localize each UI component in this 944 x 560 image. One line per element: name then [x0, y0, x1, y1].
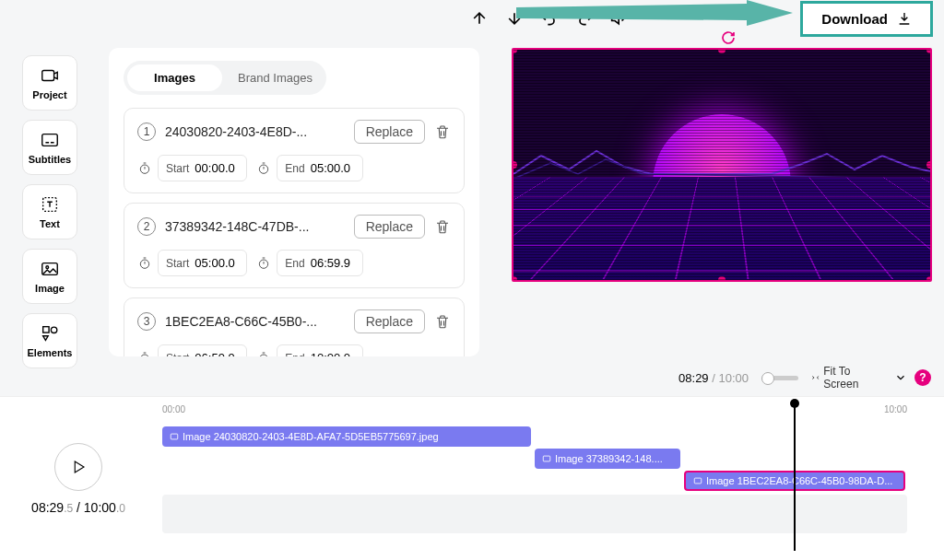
- timeline-clip[interactable]: Image 37389342-148....: [535, 449, 680, 469]
- undo-icon[interactable]: [540, 9, 559, 28]
- sidebar-item-subtitles[interactable]: Subtitles: [22, 120, 77, 175]
- zoom-slider[interactable]: [761, 376, 798, 380]
- svg-point-5: [46, 266, 49, 269]
- resize-handle[interactable]: [512, 161, 517, 169]
- image-index: 3: [137, 312, 156, 331]
- preview-mountains: [513, 146, 932, 183]
- svg-point-11: [260, 260, 268, 268]
- speaker-icon[interactable]: [610, 9, 629, 28]
- sidebar: Project Subtitles Text Image Elements: [22, 55, 77, 368]
- svg-rect-6: [43, 327, 49, 332]
- stopwatch-icon: [256, 351, 271, 357]
- svg-point-10: [140, 260, 148, 268]
- clip-image-icon: [693, 476, 702, 485]
- image-entry: 1 24030820-2403-4E8D-... Replace Start00…: [124, 108, 465, 193]
- svg-rect-14: [171, 434, 178, 439]
- resize-handle[interactable]: [718, 276, 726, 282]
- resize-handle[interactable]: [926, 276, 932, 282]
- image-filename: 24030820-2403-4E8D-...: [165, 124, 345, 139]
- fit-icon: [811, 371, 820, 384]
- replace-button[interactable]: Replace: [354, 309, 425, 333]
- timeline: 08:29.5 / 10:00.0 00:00 10:00 Image 2403…: [0, 396, 944, 560]
- sidebar-item-image[interactable]: Image: [22, 249, 77, 304]
- sidebar-item-project[interactable]: Project: [22, 55, 77, 111]
- resize-handle[interactable]: [512, 48, 517, 53]
- sidebar-item-label: Elements: [28, 347, 73, 358]
- elements-icon: [40, 323, 60, 344]
- stopwatch-icon: [137, 161, 152, 176]
- start-time-input[interactable]: Start05:00.0: [158, 250, 247, 276]
- svg-rect-16: [694, 478, 702, 484]
- replace-button[interactable]: Replace: [354, 215, 425, 239]
- arrow-down-icon[interactable]: [505, 9, 524, 28]
- trash-icon[interactable]: [434, 218, 451, 235]
- trash-icon[interactable]: [434, 313, 451, 330]
- tab-images[interactable]: Images: [127, 64, 222, 91]
- text-icon: [40, 194, 60, 215]
- stopwatch-icon: [256, 256, 271, 271]
- current-time-display: 08:29 / 10:00: [678, 371, 749, 385]
- preview-floor: [513, 177, 930, 281]
- redo-icon[interactable]: [575, 9, 594, 28]
- svg-rect-2: [42, 134, 58, 146]
- chevron-down-icon[interactable]: [894, 371, 907, 384]
- resize-handle[interactable]: [926, 48, 932, 53]
- help-button[interactable]: ?: [914, 369, 931, 386]
- playhead[interactable]: [794, 404, 796, 551]
- end-time-input[interactable]: End05:00.0: [277, 155, 362, 181]
- resize-handle[interactable]: [512, 276, 517, 282]
- preview-content: [653, 114, 791, 252]
- tab-brand-images[interactable]: Brand Images: [228, 64, 323, 91]
- camera-icon: [40, 65, 60, 86]
- images-panel: Images Brand Images 1 24030820-2403-4E8D…: [109, 48, 479, 356]
- time-display-bar: 08:29 / 10:00 Fit To Screen ?: [0, 359, 944, 396]
- image-icon: [40, 259, 60, 279]
- svg-point-7: [51, 327, 56, 332]
- canvas-preview[interactable]: [512, 48, 932, 282]
- download-button[interactable]: Download: [800, 1, 933, 37]
- svg-rect-1: [42, 71, 54, 81]
- download-icon: [897, 11, 912, 26]
- play-button[interactable]: [54, 443, 102, 491]
- svg-rect-15: [543, 456, 550, 461]
- fit-to-screen-button[interactable]: Fit To Screen: [811, 365, 867, 391]
- end-time-input[interactable]: End10:00.0: [277, 344, 362, 356]
- image-entry: 2 37389342-148C-47DB-... Replace Start05…: [124, 203, 465, 288]
- playback-time: 08:29.5 / 10:00.0: [31, 500, 125, 515]
- trash-icon[interactable]: [434, 123, 451, 140]
- image-filename: 37389342-148C-47DB-...: [165, 219, 345, 234]
- start-time-input[interactable]: Start06:59.9: [158, 344, 247, 356]
- stopwatch-icon: [137, 256, 152, 271]
- rotate-icon[interactable]: [721, 30, 736, 45]
- start-time-input[interactable]: Start00:00.0: [158, 155, 247, 181]
- play-icon: [70, 459, 87, 475]
- replace-button[interactable]: Replace: [354, 120, 425, 144]
- image-filename: 1BEC2EA8-C66C-45B0-...: [165, 314, 345, 329]
- image-entry: 3 1BEC2EA8-C66C-45B0-... Replace Start06…: [124, 298, 465, 356]
- stopwatch-icon: [137, 351, 152, 357]
- timeline-tracks[interactable]: 00:00 10:00 Image 24030820-2403-4E8D-AFA…: [162, 404, 907, 551]
- resize-handle[interactable]: [718, 48, 726, 53]
- panel-tabs: Images Brand Images: [124, 61, 326, 95]
- clip-image-icon: [170, 432, 179, 441]
- download-label: Download: [821, 11, 888, 27]
- subtitles-icon: [40, 130, 60, 150]
- sidebar-item-label: Project: [32, 89, 66, 100]
- sidebar-item-label: Image: [35, 283, 65, 294]
- arrow-up-icon[interactable]: [470, 9, 489, 28]
- image-index: 2: [137, 217, 156, 236]
- resize-handle[interactable]: [926, 161, 932, 169]
- stopwatch-icon: [256, 161, 271, 176]
- image-index: 1: [137, 122, 156, 141]
- sidebar-item-label: Subtitles: [29, 154, 71, 165]
- sidebar-item-text[interactable]: Text: [22, 184, 77, 239]
- sidebar-item-label: Text: [40, 218, 60, 229]
- clip-image-icon: [542, 454, 551, 463]
- end-time-input[interactable]: End06:59.9: [277, 250, 362, 276]
- timeline-clip[interactable]: Image 24030820-2403-4E8D-AFA7-5D5EB57756…: [162, 426, 531, 447]
